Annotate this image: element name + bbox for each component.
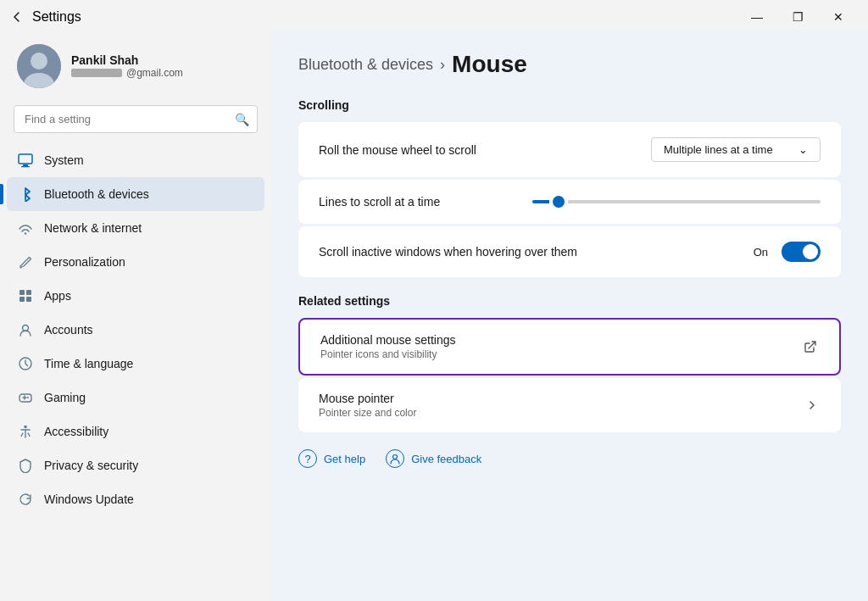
accounts-icon xyxy=(17,321,34,338)
svg-rect-8 xyxy=(26,290,31,295)
breadcrumb-current: Mouse xyxy=(452,51,527,78)
lines-label: Lines to scroll at a time xyxy=(319,195,440,209)
app-body: Pankil Shah @gmail.com 🔍 System Bl xyxy=(0,31,868,601)
additional-mouse-card[interactable]: Additional mouse settings Pointer icons … xyxy=(298,318,841,376)
mouse-pointer-title: Mouse pointer xyxy=(319,392,416,405)
sidebar: Pankil Shah @gmail.com 🔍 System Bl xyxy=(0,31,271,601)
help-icon: ? xyxy=(298,449,317,468)
title-bar-left: Settings xyxy=(10,9,81,25)
mouse-pointer-subtitle: Pointer size and color xyxy=(319,407,416,419)
mouse-pointer-card[interactable]: Mouse pointer Pointer size and color xyxy=(298,378,841,432)
svg-rect-9 xyxy=(19,297,25,302)
accessibility-icon xyxy=(17,423,34,440)
sidebar-item-accessibility[interactable]: Accessibility xyxy=(7,415,264,448)
sidebar-item-bluetooth[interactable]: Bluetooth & devices xyxy=(7,177,264,211)
sidebar-label-privacy: Privacy & security xyxy=(44,459,138,472)
user-email: @gmail.com xyxy=(71,67,183,79)
sidebar-item-accounts[interactable]: Accounts xyxy=(7,313,264,347)
privacy-icon xyxy=(17,457,34,474)
sidebar-item-system[interactable]: System xyxy=(7,143,264,177)
gaming-icon xyxy=(17,389,34,406)
user-section: Pankil Shah @gmail.com xyxy=(0,31,271,105)
sidebar-label-time: Time & language xyxy=(44,357,133,370)
close-button[interactable]: ✕ xyxy=(819,3,858,31)
breadcrumb: Bluetooth & devices › Mouse xyxy=(298,51,841,78)
svg-point-15 xyxy=(24,426,27,429)
update-icon xyxy=(17,491,34,508)
get-help-link[interactable]: ? Get help xyxy=(298,449,365,468)
apps-icon xyxy=(17,287,34,304)
app-title: Settings xyxy=(32,9,81,25)
svg-point-6 xyxy=(25,232,26,234)
network-icon xyxy=(17,220,34,237)
inactive-label: Scroll inactive windows when hovering ov… xyxy=(319,245,577,259)
time-icon xyxy=(17,355,34,372)
sidebar-item-personalization[interactable]: Personalization xyxy=(7,245,264,279)
sidebar-label-system: System xyxy=(44,153,84,167)
personalization-icon xyxy=(17,253,34,270)
window-controls: — ❐ ✕ xyxy=(737,3,858,31)
avatar xyxy=(17,44,61,88)
slider-track-filled xyxy=(532,200,549,203)
sidebar-label-personalization: Personalization xyxy=(44,255,125,269)
feedback-icon xyxy=(386,449,404,468)
sidebar-item-gaming[interactable]: Gaming xyxy=(7,381,264,415)
svg-point-16 xyxy=(393,455,398,459)
external-link-icon xyxy=(802,338,819,355)
scrolling-section-title: Scrolling xyxy=(298,98,841,112)
mouse-pointer-content: Mouse pointer Pointer size and color xyxy=(319,392,416,419)
inactive-toggle[interactable] xyxy=(782,242,821,262)
give-feedback-link[interactable]: Give feedback xyxy=(386,449,481,468)
svg-rect-5 xyxy=(21,166,30,167)
roll-value: Multiple lines at a time xyxy=(664,143,773,156)
svg-rect-4 xyxy=(23,164,28,166)
bottom-links: ? Get help Give feedback xyxy=(298,449,841,468)
minimize-button[interactable]: — xyxy=(737,3,776,31)
roll-dropdown[interactable]: Multiple lines at a time ⌄ xyxy=(651,137,821,162)
sidebar-item-update[interactable]: Windows Update xyxy=(7,482,264,516)
inactive-value: On xyxy=(754,246,768,259)
sidebar-label-bluetooth: Bluetooth & devices xyxy=(44,187,149,201)
give-feedback-label: Give feedback xyxy=(411,453,481,465)
breadcrumb-parent: Bluetooth & devices xyxy=(298,56,433,74)
lines-scroll-card: Lines to scroll at a time xyxy=(298,180,841,224)
scroll-inactive-card: Scroll inactive windows when hovering ov… xyxy=(298,226,841,277)
title-bar: Settings — ❐ ✕ xyxy=(0,0,868,31)
chevron-down-icon: ⌄ xyxy=(798,143,808,156)
svg-point-1 xyxy=(31,53,47,70)
chevron-right-icon xyxy=(804,397,821,414)
email-blur xyxy=(71,69,122,77)
sidebar-label-accessibility: Accessibility xyxy=(44,425,108,438)
sidebar-label-accounts: Accounts xyxy=(44,323,93,337)
sidebar-label-apps: Apps xyxy=(44,289,71,303)
sidebar-item-network[interactable]: Network & internet xyxy=(7,211,264,245)
roll-label: Roll the mouse wheel to scroll xyxy=(319,143,476,157)
roll-mouse-wheel-card: Roll the mouse wheel to scroll Multiple … xyxy=(298,122,841,177)
sidebar-item-time[interactable]: Time & language xyxy=(7,347,264,381)
sidebar-label-network: Network & internet xyxy=(44,221,142,235)
user-info: Pankil Shah @gmail.com xyxy=(71,53,183,79)
system-icon xyxy=(17,152,34,169)
bluetooth-icon xyxy=(17,186,34,203)
svg-point-14 xyxy=(27,397,29,398)
svg-rect-3 xyxy=(19,154,32,164)
back-icon[interactable] xyxy=(10,10,24,24)
lines-slider[interactable] xyxy=(532,196,821,208)
svg-rect-7 xyxy=(19,290,25,295)
slider-thumb[interactable] xyxy=(553,196,565,208)
sidebar-label-gaming: Gaming xyxy=(44,391,86,404)
search-box: 🔍 xyxy=(14,105,258,133)
maximize-button[interactable]: ❐ xyxy=(778,3,817,31)
sidebar-item-apps[interactable]: Apps xyxy=(7,279,264,313)
inactive-toggle-group: On xyxy=(754,242,821,262)
additional-mouse-content: Additional mouse settings Pointer icons … xyxy=(320,333,456,360)
breadcrumb-separator: › xyxy=(440,56,445,74)
search-input[interactable] xyxy=(14,105,258,133)
svg-rect-10 xyxy=(26,297,31,302)
sidebar-item-privacy[interactable]: Privacy & security xyxy=(7,448,264,482)
related-settings-title: Related settings xyxy=(298,294,841,308)
additional-mouse-title: Additional mouse settings xyxy=(320,333,456,347)
search-icon: 🔍 xyxy=(235,113,249,126)
nav-list: System Bluetooth & devices Network & int… xyxy=(0,143,271,516)
sidebar-label-update: Windows Update xyxy=(44,492,134,506)
